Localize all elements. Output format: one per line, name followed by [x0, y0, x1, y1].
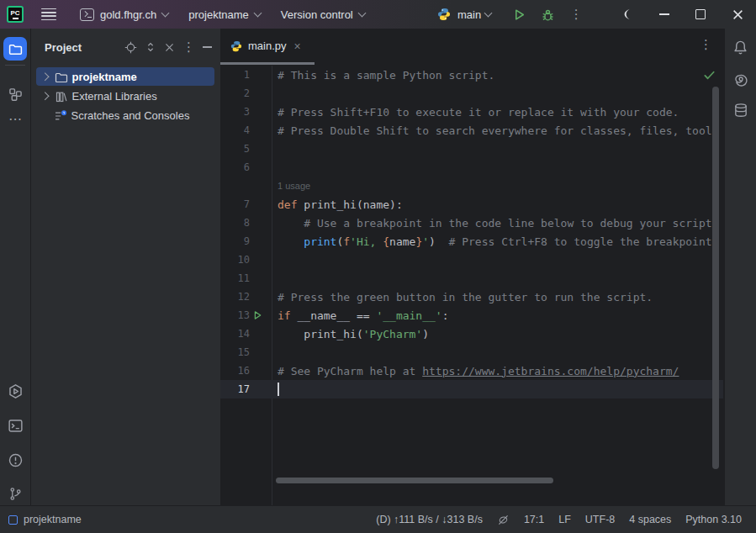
code-line-11[interactable]: 11: [220, 269, 723, 288]
line-number[interactable]: 10: [220, 254, 272, 266]
tree-item-label: Scratches and Consoles: [71, 109, 190, 122]
project-tree: projektnameExternal LibrariesScratches a…: [31, 67, 220, 125]
line-number[interactable]: 7: [220, 198, 272, 210]
crescent-icon-button[interactable]: [609, 0, 646, 29]
run-line-gutter-icon[interactable]: [252, 310, 262, 320]
code-line-8[interactable]: 8 # Use a breakpoint in the code line be…: [220, 214, 723, 232]
structure-tool-window-button[interactable]: [0, 87, 30, 102]
tab-main-py[interactable]: main.py ×: [220, 29, 311, 63]
status-caret-position[interactable]: 17:1: [524, 514, 544, 525]
minimize-button[interactable]: [646, 0, 683, 29]
status-network-speed[interactable]: (D) ↑111 B/s / ↓313 B/s: [376, 514, 483, 525]
code-line-1[interactable]: 1# This is a sample Python script.: [220, 66, 723, 84]
code-line-text: # Press Shift+F10 to execute it or repla…: [272, 106, 723, 119]
usage-inlay-label: 1 usage: [220, 181, 310, 191]
code-line-5[interactable]: 5: [220, 140, 723, 158]
code-line-17[interactable]: 17: [220, 380, 723, 398]
code-line-text: # See PyCharm help at https://www.jetbra…: [272, 365, 723, 377]
line-number[interactable]: 16: [220, 365, 272, 377]
code-line-10[interactable]: 10: [220, 251, 723, 269]
status-project-widget[interactable]: projektname: [8, 514, 82, 525]
maximize-button[interactable]: [683, 0, 720, 29]
status-interpreter[interactable]: Python 3.10: [685, 514, 742, 525]
remote-host-selector[interactable]: gold.fhgr.ch: [80, 8, 168, 21]
code-line-text: print_hi('PyCharm'): [272, 328, 723, 340]
line-number[interactable]: 8: [220, 217, 272, 229]
hide-panel-icon[interactable]: [203, 46, 212, 48]
help-link[interactable]: https://www.jetbrains.com/help/pycharm/: [422, 365, 679, 377]
tree-item-scratches-and-consoles[interactable]: Scratches and Consoles: [31, 106, 220, 125]
run-button[interactable]: [508, 3, 530, 25]
code-line-3[interactable]: 3# Press Shift+F10 to execute it or repl…: [220, 103, 723, 121]
code-line-text: # Press Double Shift to search everywher…: [272, 124, 723, 137]
run-configuration-selector[interactable]: main: [457, 8, 491, 21]
editor-tab-bar: main.py × ⋮: [220, 29, 723, 65]
code-editor[interactable]: 1# This is a sample Python script.23# Pr…: [220, 66, 723, 398]
project-selector[interactable]: projektname: [188, 8, 261, 21]
database-icon[interactable]: [733, 103, 748, 118]
code-line-16[interactable]: 16# See PyCharm help at https://www.jetb…: [220, 361, 723, 380]
vcs-menu[interactable]: Version control: [281, 8, 365, 21]
editor-options-icon[interactable]: ⋮: [700, 37, 712, 52]
vertical-scrollbar[interactable]: [712, 87, 719, 469]
code-line-4[interactable]: 4# Press Double Shift to search everywhe…: [220, 121, 723, 140]
git-tool-window-button[interactable]: [8, 487, 23, 501]
status-bar: projektname (D) ↑111 B/s / ↓313 B/s17:1L…: [0, 505, 756, 533]
line-number[interactable]: 14: [220, 328, 272, 340]
code-line-15[interactable]: 15: [220, 343, 723, 361]
chevron-spacer: [41, 113, 48, 119]
more-actions-button[interactable]: ⋮: [565, 3, 587, 25]
project-tool-window-button[interactable]: [3, 37, 27, 61]
close-button[interactable]: [719, 0, 756, 29]
chevron-down-icon: [253, 8, 262, 17]
code-line-text: # Use a breakpoint in the code line belo…: [272, 217, 723, 230]
usage-inlay-hint[interactable]: 1 usage: [220, 177, 723, 195]
status-line-ending[interactable]: LF: [558, 514, 571, 525]
code-line-6[interactable]: 6: [220, 158, 723, 177]
line-number[interactable]: 15: [220, 346, 272, 358]
tree-item-projektname[interactable]: projektname: [31, 67, 220, 87]
line-number[interactable]: 5: [220, 143, 272, 155]
code-line-13[interactable]: 13if __name__ == '__main__':: [220, 306, 723, 325]
tab-close-icon[interactable]: ×: [294, 40, 301, 53]
code-line-14[interactable]: 14 print_hi('PyCharm'): [220, 325, 723, 343]
terminal-tool-window-button[interactable]: [8, 418, 24, 434]
more-tool-windows-button[interactable]: ⋯: [0, 111, 30, 127]
status-encoding[interactable]: UTF-8: [585, 514, 615, 525]
line-number[interactable]: 1: [220, 69, 272, 81]
tree-item-external-libraries[interactable]: External Libraries: [31, 87, 220, 106]
line-number[interactable]: 2: [220, 87, 272, 99]
inspections-ok-icon[interactable]: [703, 69, 716, 82]
code-line-7[interactable]: 7def print_hi(name):: [220, 195, 723, 214]
code-line-12[interactable]: 12# Press the green button in the gutter…: [220, 288, 723, 306]
notifications-bell-icon[interactable]: [732, 40, 748, 55]
horizontal-scrollbar[interactable]: [276, 478, 553, 483]
highlighting-off-icon[interactable]: [497, 514, 510, 526]
expand-all-icon[interactable]: [145, 41, 156, 53]
project-window-icon: [8, 515, 18, 525]
chevron-down-icon: [161, 8, 170, 17]
debug-button[interactable]: [537, 3, 558, 25]
services-tool-window-button[interactable]: [8, 383, 24, 399]
locate-file-icon[interactable]: [124, 41, 137, 54]
line-number[interactable]: 17: [220, 383, 272, 395]
ai-assistant-icon[interactable]: [733, 71, 748, 87]
line-number[interactable]: 13: [220, 309, 272, 321]
line-number[interactable]: 6: [220, 161, 272, 173]
collapse-all-icon[interactable]: [164, 42, 175, 53]
code-line-2[interactable]: 2: [220, 84, 723, 103]
status-indent[interactable]: 4 spaces: [629, 514, 671, 525]
line-number[interactable]: 11: [220, 272, 272, 284]
main-menu-burger-icon[interactable]: [38, 5, 60, 24]
vcs-menu-label: Version control: [281, 8, 353, 21]
line-number[interactable]: 4: [220, 124, 272, 136]
line-number[interactable]: 3: [220, 106, 272, 118]
panel-options-icon[interactable]: ⋮: [182, 40, 195, 55]
python-logo-icon: [437, 8, 451, 21]
problems-tool-window-button[interactable]: [8, 452, 24, 468]
code-line-text: if __name__ == '__main__':: [272, 309, 723, 322]
code-line-9[interactable]: 9 print(f'Hi, {name}') # Press Ctrl+F8 t…: [220, 232, 723, 251]
line-number[interactable]: 12: [220, 291, 272, 303]
line-number[interactable]: 9: [220, 235, 272, 247]
chevron-right-icon[interactable]: [41, 92, 49, 100]
